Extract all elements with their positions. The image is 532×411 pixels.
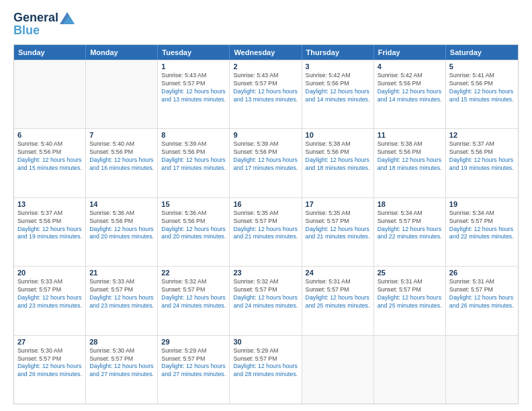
calendar-cell: 17Sunrise: 5:35 AMSunset: 5:57 PMDayligh… xyxy=(302,198,374,266)
day-number: 11 xyxy=(378,131,442,139)
day-number: 8 xyxy=(161,131,226,139)
day-number: 14 xyxy=(89,200,154,208)
calendar-cell: 27Sunrise: 5:30 AMSunset: 5:57 PMDayligh… xyxy=(14,336,86,404)
cell-info: Sunrise: 5:38 AMSunset: 5:56 PMDaylight:… xyxy=(378,140,442,173)
cell-info: Sunrise: 5:31 AMSunset: 5:57 PMDaylight:… xyxy=(449,278,515,310)
calendar-cell: 16Sunrise: 5:35 AMSunset: 5:57 PMDayligh… xyxy=(230,198,302,266)
header-day-wednesday: Wednesday xyxy=(230,45,302,60)
day-number: 3 xyxy=(306,62,370,71)
header: General Blue xyxy=(13,11,519,38)
calendar-cell xyxy=(14,60,86,128)
calendar-cell: 15Sunrise: 5:36 AMSunset: 5:56 PMDayligh… xyxy=(158,198,230,266)
calendar-row-4: 27Sunrise: 5:30 AMSunset: 5:57 PMDayligh… xyxy=(14,335,518,404)
calendar-cell: 14Sunrise: 5:36 AMSunset: 5:56 PMDayligh… xyxy=(86,198,158,266)
header-day-friday: Friday xyxy=(374,45,446,60)
day-number: 6 xyxy=(17,131,82,139)
cell-info: Sunrise: 5:31 AMSunset: 5:57 PMDaylight:… xyxy=(306,278,370,310)
day-number: 28 xyxy=(89,338,154,346)
cell-info: Sunrise: 5:33 AMSunset: 5:57 PMDaylight:… xyxy=(17,278,82,310)
day-number: 22 xyxy=(161,269,226,277)
cell-info: Sunrise: 5:31 AMSunset: 5:57 PMDaylight:… xyxy=(378,278,442,310)
calendar-cell: 3Sunrise: 5:42 AMSunset: 5:56 PMDaylight… xyxy=(302,60,374,128)
cell-info: Sunrise: 5:37 AMSunset: 5:56 PMDaylight:… xyxy=(449,140,515,173)
day-number: 13 xyxy=(17,200,82,208)
cell-info: Sunrise: 5:29 AMSunset: 5:57 PMDaylight:… xyxy=(161,347,226,379)
calendar-cell: 28Sunrise: 5:30 AMSunset: 5:57 PMDayligh… xyxy=(86,336,158,404)
cell-info: Sunrise: 5:36 AMSunset: 5:56 PMDaylight:… xyxy=(161,210,226,242)
day-number: 1 xyxy=(161,62,226,71)
calendar-cell: 19Sunrise: 5:34 AMSunset: 5:57 PMDayligh… xyxy=(446,198,518,266)
cell-info: Sunrise: 5:34 AMSunset: 5:57 PMDaylight:… xyxy=(449,210,515,242)
day-number: 10 xyxy=(306,131,370,139)
calendar-cell: 11Sunrise: 5:38 AMSunset: 5:56 PMDayligh… xyxy=(374,129,446,197)
calendar-row-3: 20Sunrise: 5:33 AMSunset: 5:57 PMDayligh… xyxy=(14,266,518,334)
calendar-cell: 30Sunrise: 5:29 AMSunset: 5:57 PMDayligh… xyxy=(230,336,302,404)
day-number: 5 xyxy=(449,62,515,71)
day-number: 30 xyxy=(233,338,298,346)
day-number: 17 xyxy=(306,200,370,208)
day-number: 7 xyxy=(89,131,154,139)
cell-info: Sunrise: 5:32 AMSunset: 5:57 PMDaylight:… xyxy=(233,278,298,310)
calendar-cell: 4Sunrise: 5:42 AMSunset: 5:56 PMDaylight… xyxy=(374,60,446,128)
day-number: 24 xyxy=(306,269,370,277)
calendar-cell: 22Sunrise: 5:32 AMSunset: 5:57 PMDayligh… xyxy=(158,267,230,334)
day-number: 29 xyxy=(161,338,226,346)
calendar-cell: 7Sunrise: 5:40 AMSunset: 5:56 PMDaylight… xyxy=(86,129,158,197)
cell-info: Sunrise: 5:39 AMSunset: 5:56 PMDaylight:… xyxy=(233,140,298,173)
header-day-sunday: Sunday xyxy=(14,45,86,60)
cell-info: Sunrise: 5:43 AMSunset: 5:57 PMDaylight:… xyxy=(233,72,298,104)
cell-info: Sunrise: 5:42 AMSunset: 5:56 PMDaylight:… xyxy=(378,72,442,104)
calendar-cell: 21Sunrise: 5:33 AMSunset: 5:57 PMDayligh… xyxy=(86,267,158,334)
day-number: 2 xyxy=(233,62,298,71)
calendar-cell: 1Sunrise: 5:43 AMSunset: 5:57 PMDaylight… xyxy=(158,60,230,128)
calendar-row-0: 1Sunrise: 5:43 AMSunset: 5:57 PMDaylight… xyxy=(14,60,518,128)
calendar-row-1: 6Sunrise: 5:40 AMSunset: 5:56 PMDaylight… xyxy=(14,128,518,197)
cell-info: Sunrise: 5:38 AMSunset: 5:56 PMDaylight:… xyxy=(306,140,370,173)
calendar-cell: 29Sunrise: 5:29 AMSunset: 5:57 PMDayligh… xyxy=(158,336,230,404)
calendar-cell: 2Sunrise: 5:43 AMSunset: 5:57 PMDaylight… xyxy=(230,60,302,128)
cell-info: Sunrise: 5:41 AMSunset: 5:56 PMDaylight:… xyxy=(449,72,515,104)
day-number: 25 xyxy=(378,269,442,277)
calendar-cell: 18Sunrise: 5:34 AMSunset: 5:57 PMDayligh… xyxy=(374,198,446,266)
calendar-row-2: 13Sunrise: 5:37 AMSunset: 5:56 PMDayligh… xyxy=(14,197,518,266)
day-number: 23 xyxy=(233,269,298,277)
cell-info: Sunrise: 5:42 AMSunset: 5:56 PMDaylight:… xyxy=(306,72,370,104)
logo-general: General xyxy=(13,11,58,25)
day-number: 16 xyxy=(233,200,298,208)
calendar-cell: 12Sunrise: 5:37 AMSunset: 5:56 PMDayligh… xyxy=(446,129,518,197)
cell-info: Sunrise: 5:29 AMSunset: 5:57 PMDaylight:… xyxy=(233,347,298,379)
cell-info: Sunrise: 5:40 AMSunset: 5:56 PMDaylight:… xyxy=(89,140,154,173)
day-number: 20 xyxy=(17,269,82,277)
calendar-cell: 25Sunrise: 5:31 AMSunset: 5:57 PMDayligh… xyxy=(374,267,446,334)
logo: General Blue xyxy=(13,11,75,38)
cell-info: Sunrise: 5:43 AMSunset: 5:57 PMDaylight:… xyxy=(161,72,226,104)
calendar-body: 1Sunrise: 5:43 AMSunset: 5:57 PMDaylight… xyxy=(14,60,518,404)
calendar-cell: 23Sunrise: 5:32 AMSunset: 5:57 PMDayligh… xyxy=(230,267,302,334)
calendar-cell: 20Sunrise: 5:33 AMSunset: 5:57 PMDayligh… xyxy=(14,267,86,334)
day-number: 19 xyxy=(449,200,515,208)
cell-info: Sunrise: 5:30 AMSunset: 5:57 PMDaylight:… xyxy=(17,347,82,379)
logo-icon xyxy=(60,12,75,24)
day-number: 18 xyxy=(378,200,442,208)
day-number: 15 xyxy=(161,200,226,208)
calendar-cell: 9Sunrise: 5:39 AMSunset: 5:56 PMDaylight… xyxy=(230,129,302,197)
calendar-cell xyxy=(374,336,446,404)
logo-blue: Blue xyxy=(13,24,75,38)
header-day-thursday: Thursday xyxy=(302,45,374,60)
cell-info: Sunrise: 5:39 AMSunset: 5:56 PMDaylight:… xyxy=(161,140,226,173)
day-number: 26 xyxy=(449,269,515,277)
cell-info: Sunrise: 5:34 AMSunset: 5:57 PMDaylight:… xyxy=(378,210,442,242)
cell-info: Sunrise: 5:30 AMSunset: 5:57 PMDaylight:… xyxy=(89,347,154,379)
calendar-cell xyxy=(302,336,374,404)
cell-info: Sunrise: 5:40 AMSunset: 5:56 PMDaylight:… xyxy=(17,140,82,173)
day-number: 4 xyxy=(378,62,442,71)
calendar-cell: 5Sunrise: 5:41 AMSunset: 5:56 PMDaylight… xyxy=(446,60,518,128)
header-day-tuesday: Tuesday xyxy=(158,45,230,60)
calendar-cell: 10Sunrise: 5:38 AMSunset: 5:56 PMDayligh… xyxy=(302,129,374,197)
calendar: SundayMondayTuesdayWednesdayThursdayFrid… xyxy=(13,44,519,404)
calendar-cell: 26Sunrise: 5:31 AMSunset: 5:57 PMDayligh… xyxy=(446,267,518,334)
day-number: 12 xyxy=(449,131,515,139)
day-number: 21 xyxy=(89,269,154,277)
cell-info: Sunrise: 5:32 AMSunset: 5:57 PMDaylight:… xyxy=(161,278,226,310)
cell-info: Sunrise: 5:37 AMSunset: 5:56 PMDaylight:… xyxy=(17,210,82,242)
